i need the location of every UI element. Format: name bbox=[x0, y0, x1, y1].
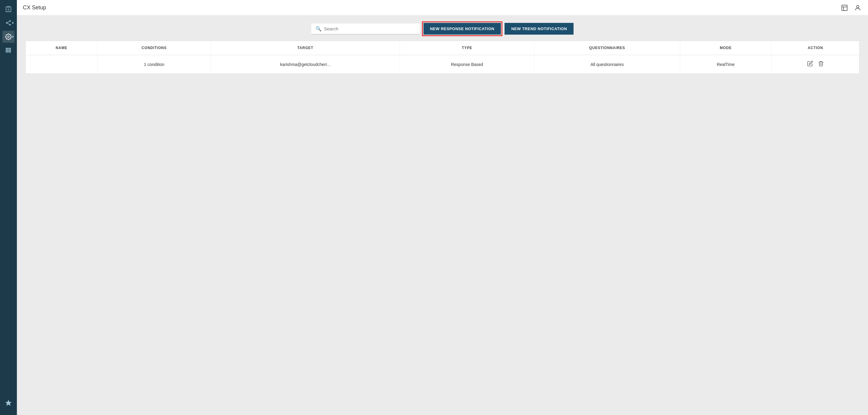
col-target: TARGET bbox=[211, 41, 400, 55]
main-area: CX Setup 🔍 NE bbox=[17, 0, 868, 415]
svg-point-19 bbox=[857, 5, 859, 8]
delete-icon[interactable] bbox=[818, 61, 824, 68]
col-mode: MODE bbox=[680, 41, 771, 55]
svg-point-3 bbox=[10, 21, 11, 22]
search-icon: 🔍 bbox=[315, 26, 321, 32]
svg-marker-15 bbox=[6, 400, 11, 405]
col-conditions: CONDITIONS bbox=[98, 41, 211, 55]
cell-questionnaires: All questionnaires bbox=[534, 55, 680, 74]
svg-rect-12 bbox=[9, 50, 10, 50]
sidebar-item-grid[interactable] bbox=[2, 44, 14, 57]
col-type: TYPE bbox=[400, 41, 534, 55]
svg-rect-9 bbox=[6, 48, 8, 49]
cell-action bbox=[772, 55, 860, 74]
cell-conditions: 1 condition bbox=[98, 55, 211, 74]
notifications-table: NAME CONDITIONS TARGET TYPE QUESTIONNAIR… bbox=[26, 41, 859, 73]
cell-type: Response Based bbox=[400, 55, 534, 74]
svg-rect-10 bbox=[9, 48, 10, 49]
sidebar-item-star[interactable] bbox=[2, 397, 14, 409]
svg-rect-0 bbox=[7, 6, 9, 7]
cell-mode: RealTime bbox=[680, 55, 771, 74]
notifications-table-container: NAME CONDITIONS TARGET TYPE QUESTIONNAIR… bbox=[25, 41, 860, 74]
col-questionnaires: QUESTIONNAIRES bbox=[534, 41, 680, 55]
sidebar bbox=[0, 0, 17, 415]
toolbar-row: 🔍 NEW RESPONSE NOTIFICATION NEW TREND NO… bbox=[25, 23, 860, 35]
new-response-notification-button[interactable]: NEW RESPONSE NOTIFICATION bbox=[424, 23, 501, 35]
cell-target: karishma@getcloudcherr... bbox=[211, 55, 400, 74]
table-body: 1 condition karishma@getcloudcherr... Re… bbox=[26, 55, 859, 74]
svg-rect-16 bbox=[842, 5, 847, 10]
sidebar-item-settings[interactable] bbox=[2, 31, 14, 43]
search-box: 🔍 bbox=[311, 24, 420, 34]
topbar: CX Setup bbox=[17, 0, 868, 16]
search-input[interactable] bbox=[324, 26, 415, 31]
building-icon[interactable] bbox=[840, 4, 849, 12]
edit-icon[interactable] bbox=[807, 61, 813, 68]
cell-name bbox=[26, 55, 98, 74]
svg-rect-13 bbox=[6, 51, 8, 53]
svg-line-6 bbox=[7, 22, 9, 23]
user-icon[interactable] bbox=[854, 4, 862, 12]
sidebar-item-clipboard[interactable] bbox=[2, 3, 14, 15]
table-header: NAME CONDITIONS TARGET TYPE QUESTIONNAIR… bbox=[26, 41, 859, 55]
table-header-row: NAME CONDITIONS TARGET TYPE QUESTIONNAIR… bbox=[26, 41, 859, 55]
svg-rect-11 bbox=[6, 50, 8, 50]
svg-rect-14 bbox=[9, 51, 10, 53]
col-name: NAME bbox=[26, 41, 98, 55]
svg-line-7 bbox=[7, 23, 9, 25]
page-title: CX Setup bbox=[23, 4, 837, 11]
col-action: ACTION bbox=[772, 41, 860, 55]
sidebar-item-share[interactable] bbox=[2, 17, 14, 29]
content-area: 🔍 NEW RESPONSE NOTIFICATION NEW TREND NO… bbox=[17, 16, 868, 415]
topbar-icons bbox=[840, 4, 862, 12]
svg-point-4 bbox=[6, 22, 7, 24]
table-row: 1 condition karishma@getcloudcherr... Re… bbox=[26, 55, 859, 74]
sidebar-top bbox=[2, 3, 14, 397]
sidebar-bottom bbox=[2, 397, 14, 412]
svg-point-5 bbox=[10, 24, 11, 26]
svg-point-8 bbox=[7, 36, 9, 38]
new-trend-notification-button[interactable]: NEW TREND NOTIFICATION bbox=[504, 23, 574, 35]
